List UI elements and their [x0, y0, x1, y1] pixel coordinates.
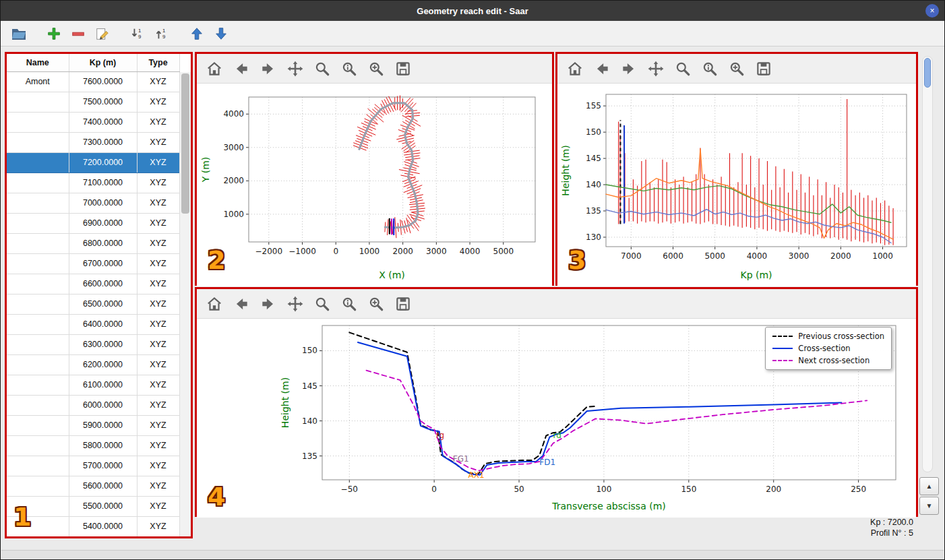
cell-type[interactable]: XYZ [137, 334, 179, 354]
back-button[interactable] [231, 58, 252, 80]
window-scrollbar-thumb[interactable] [924, 58, 931, 88]
cell-type[interactable]: XYZ [137, 496, 179, 516]
cell-name[interactable] [7, 233, 69, 253]
inspect-button[interactable] [699, 58, 721, 80]
table-row[interactable]: 6300.0000XYZ [7, 334, 179, 354]
table-row[interactable]: 7400.0000XYZ [7, 112, 179, 132]
table-row[interactable]: 5500.0000XYZ [7, 496, 179, 516]
cell-kp[interactable]: 6300.0000 [69, 334, 137, 354]
open-reach-button[interactable] [9, 24, 29, 44]
cell-name[interactable] [7, 132, 69, 152]
pan-button[interactable] [284, 293, 306, 315]
cell-kp[interactable]: 5400.0000 [69, 516, 137, 536]
back-button[interactable] [591, 58, 613, 80]
cell-kp[interactable]: 6700.0000 [69, 253, 137, 274]
cell-kp[interactable]: 7000.0000 [69, 193, 137, 213]
cell-kp[interactable]: 6500.0000 [69, 294, 137, 314]
zoom-button[interactable] [672, 58, 694, 80]
table-row[interactable]: 6200.0000XYZ [7, 354, 179, 375]
pan-button[interactable] [645, 58, 667, 80]
scroll-down-button[interactable]: ▼ [919, 497, 939, 515]
cell-type[interactable]: XYZ [137, 456, 179, 476]
home-button[interactable] [564, 58, 586, 80]
table-row[interactable]: 6100.0000XYZ [7, 375, 179, 395]
cell-type[interactable]: XYZ [137, 516, 179, 536]
close-button[interactable]: × [925, 4, 939, 18]
table-row[interactable]: 7100.0000XYZ [7, 173, 179, 193]
zoom-custom-button[interactable] [365, 58, 387, 80]
cell-type[interactable]: XYZ [137, 395, 179, 415]
forward-button[interactable] [618, 58, 640, 80]
table-row[interactable]: 5600.0000XYZ [7, 476, 179, 496]
cell-name[interactable] [7, 395, 69, 415]
cell-name[interactable] [7, 92, 69, 112]
table-row[interactable]: 6500.0000XYZ [7, 294, 179, 314]
cell-name[interactable] [7, 476, 69, 496]
table-row[interactable]: Amont7600.0000XYZ [7, 71, 179, 92]
cell-type[interactable]: XYZ [137, 112, 179, 132]
cell-type[interactable]: XYZ [137, 233, 179, 253]
cell-kp[interactable]: 5600.0000 [69, 476, 137, 496]
zoom-custom-button[interactable] [365, 293, 387, 315]
cell-type[interactable]: XYZ [137, 375, 179, 395]
save-button[interactable] [392, 58, 414, 80]
title-bar[interactable]: Geometry reach edit - Saar × [1, 1, 944, 21]
cell-name[interactable] [7, 314, 69, 334]
remove-section-button[interactable] [68, 24, 88, 44]
cell-kp[interactable]: 6800.0000 [69, 233, 137, 253]
sort-ascending-button[interactable]: 19 [127, 24, 148, 44]
cell-name[interactable] [7, 112, 69, 132]
cell-name[interactable] [7, 253, 69, 274]
cell-type[interactable]: XYZ [137, 152, 179, 173]
table-row[interactable]: 7000.0000XYZ [7, 193, 179, 213]
cell-kp[interactable]: 7500.0000 [69, 92, 137, 112]
cell-kp[interactable]: 6900.0000 [69, 213, 137, 233]
plan-plot[interactable]: −2000−1000010002000300040005000100020003… [197, 84, 552, 284]
table-row[interactable]: 6900.0000XYZ [7, 213, 179, 233]
cell-type[interactable]: XYZ [137, 354, 179, 375]
save-button[interactable] [753, 58, 774, 80]
cell-type[interactable]: XYZ [137, 193, 179, 213]
cell-name[interactable]: Amont [7, 71, 69, 92]
cell-kp[interactable]: 5900.0000 [69, 415, 137, 435]
cell-type[interactable]: XYZ [137, 71, 179, 92]
table-scrollbar-thumb[interactable] [181, 73, 189, 214]
cell-kp[interactable]: 6600.0000 [69, 274, 137, 294]
pan-button[interactable] [284, 58, 306, 80]
zoom-button[interactable] [311, 58, 333, 80]
cell-kp[interactable]: 7200.0000 [69, 152, 137, 173]
cell-type[interactable]: XYZ [137, 92, 179, 112]
cell-name[interactable] [7, 456, 69, 476]
table-scrollbar[interactable] [179, 72, 191, 536]
zoom-button[interactable] [311, 293, 333, 315]
back-button[interactable] [231, 293, 252, 315]
table-row[interactable]: 5800.0000XYZ [7, 435, 179, 456]
cell-type[interactable]: XYZ [137, 253, 179, 274]
cell-type[interactable]: XYZ [137, 132, 179, 152]
cell-kp[interactable]: 6000.0000 [69, 395, 137, 415]
table-row[interactable]: 6600.0000XYZ [7, 274, 179, 294]
cell-kp[interactable]: 7300.0000 [69, 132, 137, 152]
table-row[interactable]: 5900.0000XYZ [7, 415, 179, 435]
table-row[interactable]: 7500.0000XYZ [7, 92, 179, 112]
cell-kp[interactable]: 6100.0000 [69, 375, 137, 395]
save-button[interactable] [392, 293, 414, 315]
cell-name[interactable] [7, 375, 69, 395]
home-button[interactable] [204, 58, 225, 80]
cell-kp[interactable]: 7400.0000 [69, 112, 137, 132]
cell-name[interactable] [7, 334, 69, 354]
cell-kp[interactable]: 5800.0000 [69, 435, 137, 456]
cell-name[interactable] [7, 173, 69, 193]
move-down-button[interactable] [211, 24, 231, 44]
cell-kp[interactable]: 7600.0000 [69, 71, 137, 92]
scroll-up-button[interactable]: ▲ [919, 477, 939, 495]
header-kp[interactable]: Kp (m) [69, 54, 137, 71]
table-row[interactable]: 7300.0000XYZ [7, 132, 179, 152]
cell-name[interactable] [7, 213, 69, 233]
cell-type[interactable]: XYZ [137, 435, 179, 456]
cell-type[interactable]: XYZ [137, 415, 179, 435]
table-row[interactable]: 6000.0000XYZ [7, 395, 179, 415]
edit-section-button[interactable] [92, 24, 113, 44]
cell-kp[interactable]: 7100.0000 [69, 173, 137, 193]
sort-descending-button[interactable]: 19 [152, 24, 172, 44]
